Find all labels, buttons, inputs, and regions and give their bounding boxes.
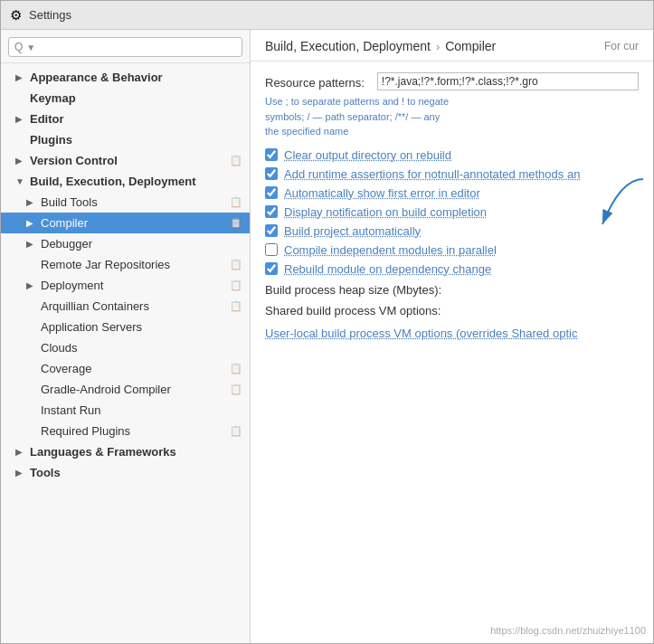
label-rebuild[interactable]: Rebuild module on dependency change bbox=[284, 262, 491, 276]
sidebar-label-keymap: Keymap bbox=[30, 91, 242, 105]
expand-arrow-compiler: ▶ bbox=[26, 218, 39, 228]
shared-vm-label: Shared build process VM options: bbox=[265, 304, 639, 317]
checkbox-row-compile-parallel: Compile independent modules in parallel bbox=[265, 243, 639, 257]
sidebar-label-editor: Editor bbox=[30, 112, 242, 126]
checkbox-row-auto-show: Automatically show first error in editor bbox=[265, 186, 639, 200]
sidebar-item-gradle-android[interactable]: Gradle-Android Compiler 📋 bbox=[1, 379, 250, 400]
sidebar-item-plugins[interactable]: Plugins bbox=[1, 129, 250, 150]
checkbox-rebuild[interactable] bbox=[265, 262, 278, 275]
sidebar-item-required-plugins[interactable]: Required Plugins 📋 bbox=[1, 421, 250, 441]
sidebar-item-deployment[interactable]: ▶ Deployment 📋 bbox=[1, 275, 250, 296]
sidebar-label-required: Required Plugins bbox=[41, 424, 226, 438]
compiler-icon: 📋 bbox=[230, 217, 242, 230]
label-build-auto[interactable]: Build project automatically bbox=[284, 224, 421, 238]
sidebar-label-appearance: Appearance & Behavior bbox=[30, 71, 242, 84]
sidebar-item-instant-run[interactable]: Instant Run bbox=[1, 400, 250, 421]
resource-input[interactable] bbox=[377, 72, 639, 90]
breadcrumb-current: Compiler bbox=[445, 39, 496, 53]
sidebar-item-app-servers[interactable]: Application Servers bbox=[1, 317, 250, 337]
sidebar-item-build-tools[interactable]: ▶ Build Tools 📋 bbox=[1, 192, 250, 213]
checkbox-auto-show[interactable] bbox=[265, 186, 278, 199]
sidebar-item-build-exec[interactable]: ▼ Build, Execution, Deployment bbox=[1, 171, 250, 192]
sidebar-label-coverage: Coverage bbox=[41, 362, 226, 375]
deployment-icon: 📋 bbox=[230, 279, 242, 292]
sidebar-item-remote-jar[interactable]: Remote Jar Repositories 📋 bbox=[1, 254, 250, 275]
sidebar-label-gradle: Gradle-Android Compiler bbox=[41, 383, 226, 396]
main-content: Q ▼ ▶ Appearance & Behavior Keymap bbox=[1, 30, 653, 643]
checkbox-compile-parallel[interactable] bbox=[265, 243, 278, 256]
settings-window: ⚙ Settings Q ▼ ▶ Appearance & Behavior bbox=[0, 0, 654, 644]
gradle-icon: 📋 bbox=[230, 384, 242, 396]
checkbox-row-runtime: Add runtime assertions for notnull-annot… bbox=[265, 167, 639, 181]
label-compile-parallel[interactable]: Compile independent modules in parallel bbox=[284, 243, 497, 257]
coverage-icon: 📋 bbox=[230, 363, 242, 375]
panel-header: Build, Execution, Deployment › Compiler … bbox=[251, 30, 653, 62]
sidebar-item-debugger[interactable]: ▶ Debugger bbox=[1, 233, 250, 254]
app-icon: ⚙ bbox=[10, 7, 22, 24]
build-tools-icon: 📋 bbox=[230, 196, 242, 209]
sidebar-label-vc: Version Control bbox=[30, 154, 226, 167]
sidebar-item-appearance[interactable]: ▶ Appearance & Behavior bbox=[1, 67, 250, 88]
sidebar-item-arquillian[interactable]: Arquillian Containers 📋 bbox=[1, 296, 250, 317]
sidebar-label-remote-jar: Remote Jar Repositories bbox=[41, 258, 226, 271]
expand-arrow-vc: ▶ bbox=[15, 156, 28, 166]
checkbox-display-notif[interactable] bbox=[265, 205, 278, 218]
arquillian-icon: 📋 bbox=[230, 300, 242, 313]
panel-body: Resource patterns: Use ; to separate pat… bbox=[251, 62, 653, 351]
label-display-notif[interactable]: Display notification on build completion bbox=[284, 205, 487, 219]
breadcrumb-parent: Build, Execution, Deployment bbox=[265, 39, 431, 53]
checkbox-row-rebuild: Rebuild module on dependency change bbox=[265, 262, 639, 276]
expand-arrow-build-tools: ▶ bbox=[26, 197, 39, 207]
checkbox-clear[interactable] bbox=[265, 148, 278, 161]
watermark: https://blog.csdn.net/zhuizhiye1100 bbox=[490, 625, 646, 636]
sidebar: Q ▼ ▶ Appearance & Behavior Keymap bbox=[1, 30, 251, 643]
sidebar-label-deployment: Deployment bbox=[41, 279, 226, 292]
sidebar-label-arquillian: Arquillian Containers bbox=[41, 299, 226, 313]
for-cur-label: For cur bbox=[604, 40, 639, 52]
label-runtime[interactable]: Add runtime assertions for notnull-annot… bbox=[284, 167, 580, 181]
search-input[interactable] bbox=[39, 41, 236, 53]
right-panel: Build, Execution, Deployment › Compiler … bbox=[251, 30, 653, 643]
expand-arrow-appearance: ▶ bbox=[15, 72, 28, 82]
sidebar-label-plugins: Plugins bbox=[30, 133, 242, 147]
label-auto-show[interactable]: Automatically show first error in editor bbox=[284, 186, 480, 200]
search-wrap[interactable]: Q ▼ bbox=[8, 37, 242, 57]
breadcrumb: Build, Execution, Deployment › Compiler bbox=[265, 39, 496, 53]
sidebar-item-clouds[interactable]: Clouds bbox=[1, 337, 250, 358]
checkbox-row-display-notif: Display notification on build completion bbox=[265, 205, 639, 219]
sidebar-item-editor[interactable]: ▶ Editor bbox=[1, 109, 250, 129]
sidebar-item-tools[interactable]: ▶ Tools bbox=[1, 462, 250, 483]
expand-arrow-build: ▼ bbox=[15, 176, 28, 186]
sidebar-item-coverage[interactable]: Coverage 📋 bbox=[1, 358, 250, 379]
search-bar: Q ▼ bbox=[1, 30, 250, 63]
sidebar-item-compiler[interactable]: ▶ Compiler 📋 bbox=[1, 213, 250, 233]
checkbox-build-auto[interactable] bbox=[265, 224, 278, 237]
sidebar-label-build-exec: Build, Execution, Deployment bbox=[30, 175, 242, 188]
checkbox-runtime[interactable] bbox=[265, 167, 278, 180]
search-icon: Q bbox=[14, 41, 23, 53]
expand-arrow-tools: ▶ bbox=[15, 468, 28, 478]
sidebar-label-languages: Languages & Frameworks bbox=[30, 445, 242, 459]
label-clear[interactable]: Clear output directory on rebuild bbox=[284, 148, 451, 162]
sidebar-label-debugger: Debugger bbox=[41, 237, 242, 251]
sidebar-item-keymap[interactable]: Keymap bbox=[1, 88, 250, 109]
window-title: Settings bbox=[29, 8, 71, 22]
user-local-label: User-local build process VM options (ove… bbox=[265, 327, 577, 340]
expand-arrow-deployment: ▶ bbox=[26, 280, 39, 290]
sidebar-item-version-control[interactable]: ▶ Version Control 📋 bbox=[1, 150, 250, 171]
sidebar-item-languages[interactable]: ▶ Languages & Frameworks bbox=[1, 441, 250, 462]
panel-body-wrap: Resource patterns: Use ; to separate pat… bbox=[251, 62, 653, 643]
sidebar-label-compiler: Compiler bbox=[41, 216, 226, 230]
sidebar-label-clouds: Clouds bbox=[41, 341, 242, 355]
checkbox-row-build-auto: Build project automatically bbox=[265, 224, 639, 238]
expand-arrow-debugger: ▶ bbox=[26, 239, 39, 249]
user-local-wrap: User-local build process VM options (ove… bbox=[265, 327, 639, 340]
required-icon: 📋 bbox=[230, 425, 242, 438]
expand-arrow-editor: ▶ bbox=[15, 114, 28, 124]
sidebar-label-instant: Instant Run bbox=[41, 403, 242, 417]
resource-label: Resource patterns: bbox=[265, 74, 365, 90]
sidebar-label-build-tools: Build Tools bbox=[41, 195, 226, 209]
hint-text: Use ; to separate patterns and ! to nega… bbox=[265, 94, 639, 139]
heap-size-label: Build process heap size (Mbytes): bbox=[265, 283, 639, 297]
dropdown-arrow: ▼ bbox=[26, 43, 35, 52]
